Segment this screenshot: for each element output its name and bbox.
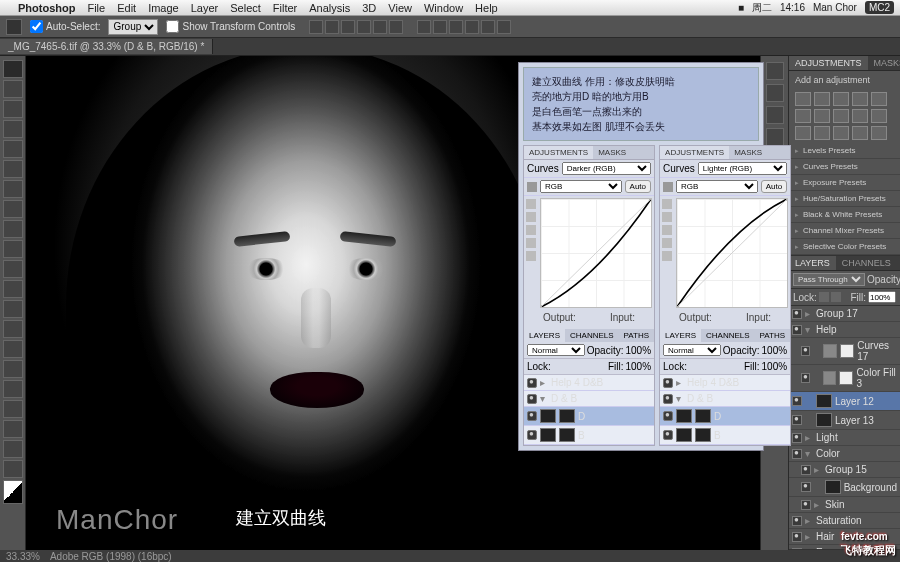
eraser-tool-icon[interactable] <box>3 260 23 278</box>
menu-3d[interactable]: 3D <box>362 2 376 14</box>
visibility-icon[interactable] <box>792 548 802 550</box>
visibility-icon[interactable] <box>801 373 810 383</box>
dist-icon[interactable] <box>465 20 479 34</box>
menu-file[interactable]: File <box>87 2 105 14</box>
bw-icon[interactable] <box>833 109 849 123</box>
auto-select-checkbox[interactable]: Auto-Select: <box>30 20 100 33</box>
tab-adjustments[interactable]: ADJUSTMENTS <box>524 146 593 159</box>
sampler-icon[interactable] <box>662 225 672 235</box>
sampler-icon[interactable] <box>526 238 536 248</box>
tab-layers[interactable]: LAYERS <box>524 329 565 342</box>
preset-item[interactable]: Hue/Saturation Presets <box>789 191 900 207</box>
show-transform-checkbox[interactable]: Show Transform Controls <box>166 20 295 33</box>
layer-row[interactable]: B <box>660 426 790 445</box>
threshold-icon[interactable] <box>833 126 849 140</box>
tab-masks[interactable]: MASKS <box>868 56 900 70</box>
tab-masks[interactable]: MASKS <box>593 146 631 159</box>
tab-channels[interactable]: CHANNELS <box>836 256 897 270</box>
dist-icon[interactable] <box>417 20 431 34</box>
path-tool-icon[interactable] <box>3 380 23 398</box>
stamp-tool-icon[interactable] <box>3 220 23 238</box>
zoom-level[interactable]: 33.33% <box>6 551 40 562</box>
dist-icon[interactable] <box>433 20 447 34</box>
blend-dropdown[interactable]: Normal <box>663 344 721 356</box>
navigator-icon[interactable] <box>766 84 784 102</box>
layer-row[interactable]: ▸Skin <box>789 497 900 513</box>
app-name[interactable]: Photoshop <box>18 2 75 14</box>
preset-item[interactable]: Selective Color Presets <box>789 239 900 255</box>
invert-icon[interactable] <box>795 126 811 140</box>
visibility-icon[interactable] <box>792 532 802 542</box>
visibility-icon[interactable] <box>663 394 673 404</box>
swatches-icon[interactable] <box>766 128 784 146</box>
tab-adjustments[interactable]: ADJUSTMENTS <box>789 56 868 70</box>
curve-tool-icon[interactable] <box>526 199 536 209</box>
visibility-icon[interactable] <box>801 500 811 510</box>
vibrance-icon[interactable] <box>871 92 887 106</box>
eyedropper-tool-icon[interactable] <box>3 160 23 178</box>
visibility-icon[interactable] <box>801 346 810 356</box>
hand-tool-icon[interactable] <box>3 440 23 458</box>
align-icon[interactable] <box>325 20 339 34</box>
align-icon[interactable] <box>341 20 355 34</box>
visibility-icon[interactable] <box>792 309 802 319</box>
tab-layers[interactable]: LAYERS <box>789 256 836 270</box>
auto-button[interactable]: Auto <box>761 180 787 193</box>
preset-item[interactable]: Channel Mixer Presets <box>789 223 900 239</box>
channel-dropdown[interactable]: RGB <box>540 180 622 193</box>
menu-window[interactable]: Window <box>424 2 463 14</box>
layer-row[interactable]: ▸Help 4 D&B <box>660 375 790 391</box>
visibility-icon[interactable] <box>527 394 537 404</box>
brush-tool-icon[interactable] <box>3 200 23 218</box>
layers-list[interactable]: ▸Group 17▾HelpCurves 17Color Fill 3Layer… <box>789 306 900 549</box>
tab-channels[interactable]: CHANNELS <box>565 329 619 342</box>
menu-edit[interactable]: Edit <box>117 2 136 14</box>
preset-dropdown[interactable]: Lighter (RGB) <box>698 162 787 175</box>
preset-item[interactable]: Exposure Presets <box>789 175 900 191</box>
curves-icon[interactable] <box>833 92 849 106</box>
document-tab[interactable]: _MG_7465-6.tif @ 33.3% (D & B, RGB/16) * <box>0 39 213 54</box>
layer-row[interactable]: ▸Help 4 D&B <box>524 375 654 391</box>
visibility-icon[interactable] <box>527 378 537 388</box>
sampler-icon[interactable] <box>526 251 536 261</box>
visibility-icon[interactable] <box>527 430 537 440</box>
layer-row[interactable]: Background <box>789 478 900 497</box>
blend-dropdown[interactable]: Normal <box>527 344 585 356</box>
menu-analysis[interactable]: Analysis <box>309 2 350 14</box>
fill-input[interactable] <box>868 291 896 303</box>
menu-filter[interactable]: Filter <box>273 2 297 14</box>
menubar-user[interactable]: Man Chor <box>813 2 857 13</box>
tab-adjustments[interactable]: ADJUSTMENTS <box>660 146 729 159</box>
layer-row[interactable]: ▾Color <box>789 446 900 462</box>
menu-layer[interactable]: Layer <box>191 2 219 14</box>
auto-select-dropdown[interactable]: Group <box>108 19 158 35</box>
menu-image[interactable]: Image <box>148 2 179 14</box>
histogram-icon[interactable] <box>766 62 784 80</box>
align-icon[interactable] <box>357 20 371 34</box>
layer-row[interactable]: ▾D & B <box>524 391 654 407</box>
layer-row[interactable]: D <box>524 407 654 426</box>
marquee-tool-icon[interactable] <box>3 80 23 98</box>
curve-graph[interactable] <box>540 198 652 308</box>
layer-row[interactable]: Curves 17 <box>789 338 900 365</box>
type-tool-icon[interactable] <box>3 360 23 378</box>
sampler-icon[interactable] <box>662 238 672 248</box>
shape-tool-icon[interactable] <box>3 400 23 418</box>
gradient-tool-icon[interactable] <box>3 280 23 298</box>
layer-row[interactable]: Layer 13 <box>789 411 900 430</box>
preset-item[interactable]: Black & White Presets <box>789 207 900 223</box>
wand-tool-icon[interactable] <box>3 120 23 138</box>
align-icon[interactable] <box>389 20 403 34</box>
visibility-icon[interactable] <box>801 482 811 492</box>
pencil-tool-icon[interactable] <box>662 212 672 222</box>
pencil-tool-icon[interactable] <box>526 212 536 222</box>
layer-row[interactable]: D <box>660 407 790 426</box>
blend-mode-dropdown[interactable]: Pass Through <box>793 273 865 286</box>
target-icon[interactable] <box>527 182 537 192</box>
curve-tool-icon[interactable] <box>662 199 672 209</box>
layer-row[interactable]: B <box>524 426 654 445</box>
posterize-icon[interactable] <box>814 126 830 140</box>
visibility-icon[interactable] <box>792 433 802 443</box>
tab-paths[interactable]: PATHS <box>755 329 790 342</box>
pen-tool-icon[interactable] <box>3 340 23 358</box>
